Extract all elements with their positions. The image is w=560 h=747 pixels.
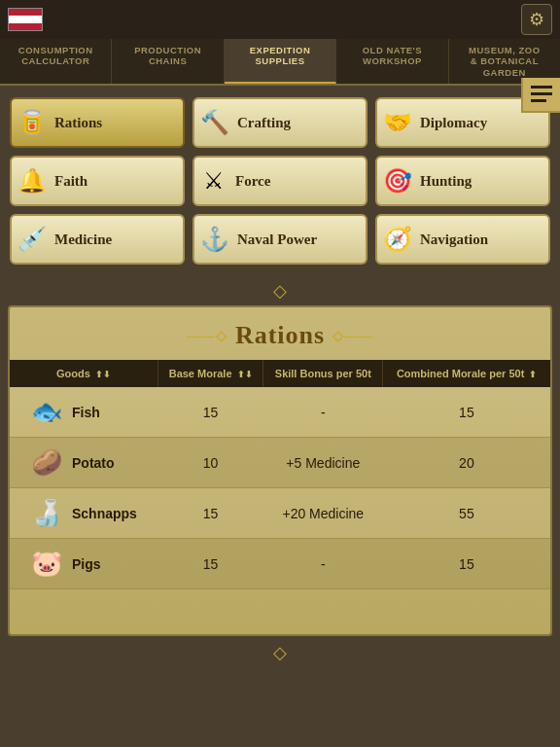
potato-icon: 🥔: [29, 447, 64, 478]
crafting-icon: 🔨: [200, 109, 229, 136]
title-ornament-right: ◇——: [332, 328, 373, 344]
goods-name-potato: Potato: [72, 455, 115, 471]
sort-arrows-combined: ⬆: [529, 370, 537, 379]
base-morale-schnapps: 15: [158, 488, 262, 539]
table-row: 🍶 Schnapps 15 +20 Medicine 55: [10, 488, 550, 539]
medicine-icon: 💉: [18, 226, 47, 253]
goods-name-schnapps: Schnapps: [72, 506, 137, 521]
category-medicine-label: Medicine: [54, 231, 112, 248]
diplomacy-icon: 🤝: [383, 109, 412, 136]
category-medicine[interactable]: 💉 Medicine: [10, 214, 185, 265]
sort-arrows-goods: ⬆⬇: [95, 370, 111, 379]
nav-area: CONSUMPTIONCALCULATOR PRODUCTIONCHAINS E…: [0, 39, 560, 86]
goods-cell-pigs: 🐷 Pigs: [10, 539, 158, 589]
fish-icon: 🐟: [29, 397, 64, 427]
content-panel: ——◇ Rations ◇—— Goods ⬆⬇ Base Morale ⬆⬇ …: [8, 305, 552, 636]
goods-cell-potato: 🥔 Potato: [10, 438, 158, 488]
table-row: 🥔 Potato 10 +5 Medicine 20: [10, 438, 550, 488]
table-row: 🐟 Fish 15 - 15: [10, 387, 550, 438]
top-bar: ⚙: [0, 0, 560, 39]
combined-morale-pigs: 15: [383, 539, 550, 589]
faith-icon: 🔔: [18, 167, 47, 195]
category-grid: 🥫 Rations 🔨 Crafting 🤝 Diplomacy 🔔 Faith…: [0, 86, 560, 276]
col-skill-bonus-label: Skill Bonus per 50t: [275, 368, 371, 379]
category-hunting[interactable]: 🎯 Hunting: [375, 156, 550, 206]
category-naval[interactable]: ⚓ Naval Power: [192, 214, 368, 265]
category-crafting[interactable]: 🔨 Crafting: [192, 97, 368, 148]
hunting-icon: 🎯: [383, 167, 412, 195]
goods-name-fish: Fish: [72, 405, 100, 420]
nav-tabs: CONSUMPTIONCALCULATOR PRODUCTIONCHAINS E…: [0, 39, 560, 86]
goods-cell-fish: 🐟 Fish: [10, 387, 158, 438]
diamond-icon: ◇: [273, 281, 287, 301]
section-title: ——◇ Rations ◇——: [10, 307, 550, 360]
category-force-label: Force: [235, 173, 270, 190]
col-combined-morale[interactable]: Combined Morale per 50t ⬆: [383, 360, 550, 387]
col-goods-label: Goods: [56, 368, 90, 379]
svg-rect-1: [531, 92, 552, 95]
category-force[interactable]: ⚔ Force: [192, 156, 368, 206]
navigation-icon: 🧭: [383, 226, 412, 253]
table-body: 🐟 Fish 15 - 15 🥔 Potato 10 +5 Medicine: [10, 387, 550, 589]
col-combined-morale-label: Combined Morale per 50t: [397, 368, 524, 379]
title-ornament-left: ——◇: [187, 328, 228, 344]
force-icon: ⚔: [200, 167, 228, 195]
naval-icon: ⚓: [200, 226, 229, 253]
category-navigation-label: Navigation: [420, 231, 488, 248]
rations-table: Goods ⬆⬇ Base Morale ⬆⬇ Skill Bonus per …: [10, 360, 550, 589]
skill-bonus-fish: -: [263, 387, 383, 438]
svg-rect-0: [531, 86, 552, 89]
category-diplomacy-label: Diplomacy: [420, 115, 487, 131]
base-morale-fish: 15: [158, 387, 262, 438]
flag-icon[interactable]: [8, 8, 43, 31]
sort-arrows-base-morale: ⬆⬇: [237, 370, 253, 379]
combined-morale-fish: 15: [383, 387, 550, 438]
category-navigation[interactable]: 🧭 Navigation: [375, 214, 550, 265]
goods-cell-schnapps: 🍶 Schnapps: [10, 488, 158, 539]
svg-rect-2: [531, 99, 546, 102]
category-faith[interactable]: 🔔 Faith: [10, 156, 185, 206]
goods-name-pigs: Pigs: [72, 556, 101, 572]
table-title-text: Rations: [235, 321, 325, 350]
list-view-button[interactable]: [521, 78, 560, 113]
category-hunting-label: Hunting: [420, 173, 472, 190]
tab-production[interactable]: PRODUCTIONCHAINS: [112, 39, 224, 84]
tab-nate[interactable]: OLD NATE'SWORKSHOP: [336, 39, 448, 84]
tab-consumption[interactable]: CONSUMPTIONCALCULATOR: [0, 39, 112, 84]
category-rations-label: Rations: [54, 115, 102, 131]
table-row: 🐷 Pigs 15 - 15: [10, 539, 550, 589]
combined-morale-schnapps: 55: [383, 488, 550, 539]
rations-icon: 🥫: [18, 109, 47, 136]
col-base-morale-label: Base Morale: [169, 368, 232, 379]
schnapps-icon: 🍶: [29, 498, 64, 528]
combined-morale-potato: 20: [383, 438, 550, 488]
category-rations[interactable]: 🥫 Rations: [10, 97, 185, 148]
col-base-morale[interactable]: Base Morale ⬆⬇: [158, 360, 262, 387]
skill-bonus-pigs: -: [263, 539, 383, 589]
category-crafting-label: Crafting: [237, 115, 291, 131]
top-diamond-divider: ◇: [0, 276, 560, 305]
gear-icon: ⚙: [529, 9, 544, 30]
skill-bonus-potato: +5 Medicine: [263, 438, 383, 488]
col-skill-bonus: Skill Bonus per 50t: [263, 360, 383, 387]
table-header: Goods ⬆⬇ Base Morale ⬆⬇ Skill Bonus per …: [10, 360, 550, 387]
pigs-icon: 🐷: [29, 549, 64, 579]
gear-button[interactable]: ⚙: [521, 4, 552, 35]
category-faith-label: Faith: [54, 173, 88, 190]
base-morale-pigs: 15: [158, 539, 262, 589]
tab-expedition[interactable]: EXPEDITIONSUPPLIES: [225, 39, 336, 84]
category-naval-label: Naval Power: [237, 231, 317, 248]
bottom-diamond-icon: ◇: [273, 643, 287, 662]
skill-bonus-schnapps: +20 Medicine: [263, 488, 383, 539]
base-morale-potato: 10: [158, 438, 262, 488]
bottom-diamond-divider: ◇: [0, 636, 560, 669]
col-goods[interactable]: Goods ⬆⬇: [10, 360, 158, 387]
